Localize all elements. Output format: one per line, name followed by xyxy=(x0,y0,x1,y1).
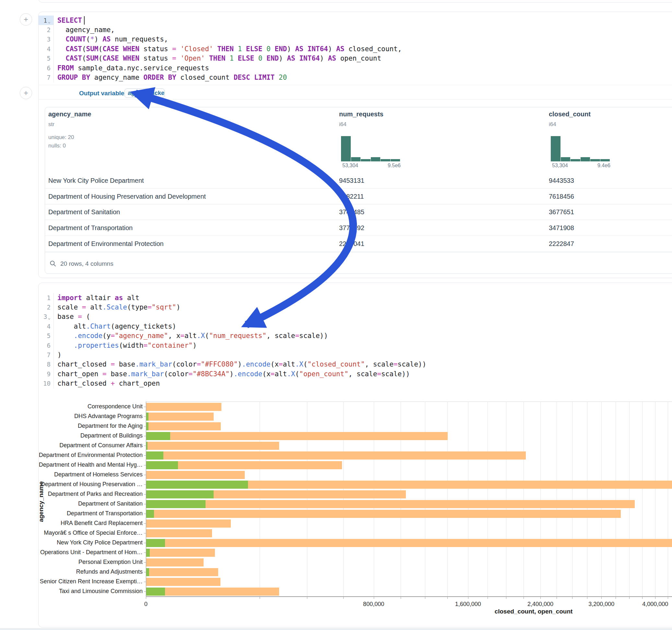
line-number: 4 xyxy=(39,321,53,331)
line-number: 8 xyxy=(39,360,53,369)
code-line[interactable]: 3⌄base = ( xyxy=(39,312,654,321)
bar-open-count[interactable] xyxy=(146,500,206,508)
add-cell-button-output[interactable]: + xyxy=(20,87,32,99)
table-row[interactable]: Department of Sanitation37494853677651 xyxy=(45,204,672,220)
table-row[interactable]: Department of Environmental Protection22… xyxy=(45,236,672,252)
table-cell: 2222847 xyxy=(549,240,574,248)
code-line[interactable]: 2 agency_name, xyxy=(39,25,654,34)
code-text: CAST(SUM(CASE WHEN status = 'Open' THEN … xyxy=(53,54,381,63)
histogram-bar xyxy=(600,159,610,162)
bar-closed-count[interactable] xyxy=(146,471,245,479)
bar-closed-count[interactable] xyxy=(146,510,621,518)
code-line[interactable]: 6FROM sample_data.nyc.service_requests xyxy=(39,63,654,73)
code-line[interactable]: 4 CAST(SUM(CASE WHEN status = 'Closed' T… xyxy=(39,44,654,53)
bar-closed-count[interactable] xyxy=(146,578,220,586)
code-text: base = ( xyxy=(53,312,90,321)
bar-closed-count[interactable] xyxy=(146,529,212,537)
table-row[interactable]: Department of Transportation377489234719… xyxy=(45,220,672,236)
line-number: 3⌄ xyxy=(39,312,53,321)
bar-open-count[interactable] xyxy=(146,549,150,557)
fold-chevron-icon[interactable]: ⌄ xyxy=(48,315,51,320)
code-line[interactable]: 2scale = alt.Scale(type="sqrt") xyxy=(39,302,654,312)
table-cell: 9443533 xyxy=(549,177,574,184)
histogram-bar xyxy=(581,157,590,162)
code-line[interactable]: 8chart_closed = base.mark_bar(color="#FF… xyxy=(39,360,654,369)
code-line[interactable]: 6 .properties(width="container") xyxy=(39,341,654,350)
code-line[interactable]: 7GROUP BY agency_name ORDER BY closed_co… xyxy=(39,73,654,82)
table-cell: 3677651 xyxy=(549,209,574,216)
bar-closed-count[interactable] xyxy=(146,422,221,430)
code-line[interactable]: 5 CAST(SUM(CASE WHEN status = 'Open' THE… xyxy=(39,54,654,63)
column-header: agency_name xyxy=(48,111,91,118)
bar-closed-count[interactable] xyxy=(146,568,218,576)
code-line[interactable]: 5 .encode(y="agency_name", x=alt.X("num_… xyxy=(39,331,654,341)
bar-closed-count[interactable] xyxy=(146,452,526,460)
line-number: 9 xyxy=(39,369,53,379)
bar-open-count[interactable] xyxy=(146,568,149,576)
code-text: alt.Chart(agency_tickets) xyxy=(53,321,176,331)
table-cell: 3471908 xyxy=(549,224,574,232)
histogram-min-label: 53,304 xyxy=(342,163,358,169)
add-cell-button-top[interactable]: + xyxy=(20,13,32,26)
histogram-bar xyxy=(391,159,400,162)
bar-open-count[interactable] xyxy=(146,481,248,489)
bar-closed-count[interactable] xyxy=(146,403,221,411)
code-line[interactable]: 3 COUNT(*) AS num_requests, xyxy=(39,35,654,44)
plus-icon: + xyxy=(24,89,28,97)
result-table[interactable]: agency_namestrunique: 20nulls: 0num_requ… xyxy=(45,107,672,274)
column-type: i64 xyxy=(549,121,556,128)
line-number: 3 xyxy=(39,35,53,44)
code-line[interactable]: 4 alt.Chart(agency_tickets) xyxy=(39,321,654,331)
bar-closed-count[interactable] xyxy=(146,442,279,450)
histogram-bar xyxy=(381,159,390,162)
divider xyxy=(39,85,672,85)
fold-chevron-icon[interactable]: ⌄ xyxy=(48,19,51,24)
table-row[interactable]: New York City Police Department945313194… xyxy=(45,173,672,189)
line-number: 7 xyxy=(39,350,53,359)
previous-cell-edge xyxy=(38,0,672,3)
bar-closed-count[interactable] xyxy=(146,558,203,566)
output-variable-pill[interactable]: agency_tickets xyxy=(124,89,165,98)
bar-open-count[interactable] xyxy=(146,442,147,450)
bar-closed-count[interactable] xyxy=(146,413,214,421)
bar-open-count[interactable] xyxy=(146,432,170,440)
bar-open-count[interactable] xyxy=(146,587,165,596)
histogram-bar xyxy=(561,157,571,162)
python-code-editor[interactable]: 1import altair as alt2scale = alt.Scale(… xyxy=(39,293,654,388)
bar-closed-count[interactable] xyxy=(146,432,448,440)
bar-open-count[interactable] xyxy=(146,452,163,460)
bar-open-count[interactable] xyxy=(146,490,214,499)
code-line[interactable]: 10chart_closed + chart_open xyxy=(39,379,654,388)
bar-open-count[interactable] xyxy=(146,510,154,518)
sql-code-editor[interactable]: 1⌄SELECT2 agency_name,3 COUNT(*) AS num_… xyxy=(39,16,654,82)
bar-open-count[interactable] xyxy=(146,539,165,547)
bar-open-count[interactable] xyxy=(146,461,178,469)
line-number: 6 xyxy=(39,63,53,73)
bar-closed-count[interactable] xyxy=(146,539,672,547)
bar-open-count[interactable] xyxy=(146,413,148,421)
column-type: i64 xyxy=(339,121,346,128)
column-header: num_requests xyxy=(339,111,383,118)
table-row[interactable]: Department of Housing Preservation and D… xyxy=(45,189,672,204)
code-line[interactable]: 7) xyxy=(39,350,654,359)
line-number: 1 xyxy=(39,293,53,302)
code-line[interactable]: 9chart_open = base.mark_bar(color="#8BC3… xyxy=(39,369,654,379)
search-icon[interactable] xyxy=(50,260,56,267)
code-line[interactable]: 1⌄SELECT xyxy=(39,16,654,25)
histogram-bar xyxy=(341,136,351,162)
bar-closed-count[interactable] xyxy=(146,519,231,528)
code-line[interactable]: 1import altair as alt xyxy=(39,293,654,302)
line-number: 7 xyxy=(39,73,53,82)
bar-open-count[interactable] xyxy=(146,422,148,430)
table-cell: 3749485 xyxy=(339,209,364,216)
column-header: closed_count xyxy=(549,111,591,118)
histogram-max-label: 9.5e6 xyxy=(388,163,401,169)
bar-closed-count[interactable] xyxy=(146,587,279,596)
column-histogram: 53,3049.5e6 xyxy=(341,136,401,162)
bar-closed-count[interactable] xyxy=(146,549,215,557)
column-stat: nulls: 0 xyxy=(48,143,66,149)
bar-closed-count[interactable] xyxy=(146,500,635,508)
column-histogram: 53,3049.4e6 xyxy=(551,136,610,162)
code-text: .properties(width="container") xyxy=(53,341,197,350)
histogram-bar xyxy=(371,157,381,162)
